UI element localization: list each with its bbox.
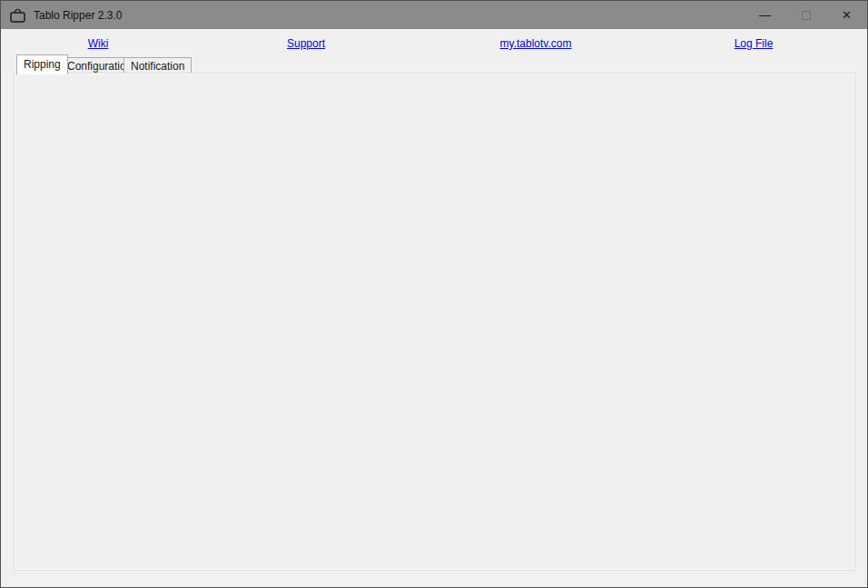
window-title: Tablo Ripper 2.3.0 <box>34 9 122 22</box>
link-logfile[interactable]: Log File <box>735 37 774 50</box>
app-window: Tablo Ripper 2.3.0 — ✕ Wiki Support my.t… <box>0 0 868 588</box>
tab-notification[interactable]: Notification <box>123 57 192 74</box>
tab-page-ripping <box>14 73 855 571</box>
link-wiki[interactable]: Wiki <box>88 37 109 50</box>
tab-ripping[interactable]: Ripping <box>16 54 68 74</box>
link-mytablotv[interactable]: my.tablotv.com <box>500 37 572 50</box>
link-support[interactable]: Support <box>287 37 325 50</box>
close-button[interactable]: ✕ <box>826 1 867 29</box>
tv-icon <box>10 8 26 23</box>
maximize-button <box>785 1 826 29</box>
minimize-button[interactable]: — <box>745 1 785 29</box>
maximize-icon <box>802 11 811 20</box>
title-bar: Tablo Ripper 2.3.0 — ✕ <box>1 1 867 29</box>
